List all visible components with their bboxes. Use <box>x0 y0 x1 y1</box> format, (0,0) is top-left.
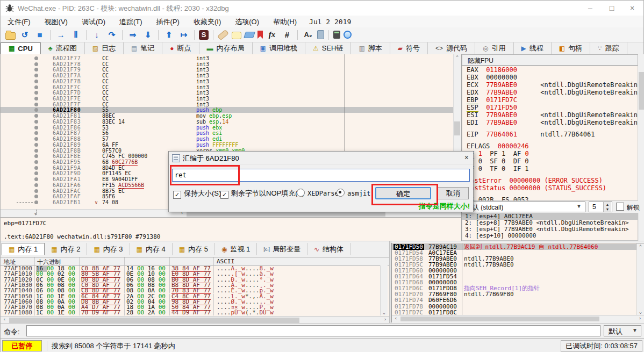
register-line[interactable]: GS 002B FS 0053 <box>462 196 638 201</box>
labels-icon[interactable] <box>244 32 255 38</box>
disasm-row[interactable]: 6AD21F8653push ebx <box>1 125 455 131</box>
hide-fpu-button[interactable]: 隐藏FPU <box>462 54 638 66</box>
scroll-up-arrow[interactable]: ⌃ <box>454 55 461 60</box>
call-argument-row[interactable]: 4: [esp+10] 00000000 <box>462 233 638 239</box>
tab-seh[interactable]: ⚠SEH链 <box>305 42 352 54</box>
bottom-tab-dump-3[interactable]: ▦内存 3 <box>87 243 130 255</box>
close-button[interactable]: × <box>622 1 642 16</box>
tab-graph[interactable]: ♣流程图 <box>41 42 85 54</box>
register-line[interactable]: OF 0 SF 0 DF 0 <box>462 157 638 165</box>
stack-row[interactable]: 0171FD74D60FE6D6 <box>392 297 636 303</box>
stop-icon[interactable]: ■ <box>34 29 46 41</box>
dialog-close-icon[interactable]: × <box>464 153 469 162</box>
run-icon[interactable]: → <box>55 29 67 41</box>
tab-cpu[interactable]: ▦CPU <box>1 42 41 54</box>
tab-call-stack[interactable]: ▣调用堆栈 <box>253 42 305 54</box>
arg-count-spinner[interactable]: 5▲▼ <box>589 202 612 212</box>
stack-vscrollbar[interactable]: ⌃ ⌄ <box>636 243 644 315</box>
settings-globe-icon[interactable] <box>344 31 352 39</box>
tab-memory-map[interactable]: ▬内存布局 <box>199 42 253 54</box>
disasm-row[interactable]: 6AD21F79CCint3 <box>1 67 455 73</box>
menu-调试D[interactable]: 调试(D) <box>75 16 112 27</box>
scroll-left-arrow[interactable]: ‹ <box>1 317 8 322</box>
scroll-right-arrow[interactable]: › <box>636 315 643 321</box>
intermodular-calls-icon[interactable] <box>317 30 324 39</box>
open-file-icon[interactable] <box>5 32 16 40</box>
disasm-row[interactable]: 6AD21F896A FFpush FFFFFFFF <box>1 142 455 148</box>
bottom-tab-watch-1[interactable]: ◉监视 1 <box>215 243 257 255</box>
disasm-row[interactable]: 6AD21F7DCCint3 <box>1 90 455 96</box>
disasm-row[interactable]: 6AD21F7CCCint3 <box>1 84 455 90</box>
menu-文件F[interactable]: 文件(F) <box>1 16 38 27</box>
bottom-tab-dump-4[interactable]: ▦内存 4 <box>130 243 173 255</box>
register-line[interactable]: EAX 01186000 <box>462 66 638 74</box>
menu-选项O[interactable]: 选项(O) <box>228 16 266 27</box>
checkbox-icon[interactable]: ✓ <box>220 191 228 199</box>
stack-row[interactable]: 0171FD7800000000 <box>392 304 636 310</box>
register-line[interactable]: EBX 00000000 <box>462 74 638 81</box>
dump-vscrollbar[interactable]: ⌄ <box>380 265 388 315</box>
dialog-title-bar[interactable]: 汇编于 6AD21F80 × <box>169 152 473 164</box>
comments-icon[interactable] <box>232 32 241 39</box>
register-line[interactable]: EFLAGS 00000246 <box>462 142 638 150</box>
registers-list[interactable]: EAX 01186000EBX 00000000ECX 77B9ABE0 <nt… <box>462 66 638 201</box>
disasm-row[interactable]: 6AD21F78CCint3 <box>1 61 455 67</box>
tab-script[interactable]: ▥脚本 <box>351 42 390 54</box>
radio-icon[interactable] <box>297 189 305 197</box>
disasm-row[interactable]: 6AD21F8383EC 14sub esp,14 <box>1 119 455 125</box>
dump-row[interactable]: 77AF10801C 00 1E 0070 D9 AF 7728 00 2A 0… <box>1 310 379 315</box>
scroll-thumb[interactable] <box>454 121 460 135</box>
command-script-combo[interactable]: 默认▼ <box>604 325 641 336</box>
command-input[interactable] <box>26 325 600 336</box>
call-arguments-list[interactable]: 1: [esp+4] A0C17EEA2: [esp+8] 77B9ABE0 <… <box>462 213 638 241</box>
scroll-thumb[interactable] <box>9 318 299 323</box>
ok-button[interactable]: 确定 <box>375 187 431 199</box>
disasm-row[interactable]: 6AD21F77CCint3 <box>1 55 455 61</box>
disasm-row[interactable]: 6AD21F7FCCint3 <box>1 102 455 107</box>
calculator-icon[interactable] <box>333 31 340 39</box>
disasm-row[interactable]: 6AD21F8055push ebp <box>1 107 455 113</box>
execute-till-return-icon[interactable]: ⇑ <box>163 29 175 41</box>
register-line[interactable]: LastError 00000000 (ERROR_SUCCESS) <box>462 177 638 184</box>
disasm-row[interactable]: 6AD21F818BECmov ebp,esp <box>1 113 455 119</box>
register-line[interactable]: EDI 77B9ABE0 <ntdll.DbgUiRemoteBreakin> <box>462 119 638 126</box>
spin-buttons[interactable]: ▲▼ <box>603 202 611 212</box>
restart-icon[interactable]: ↺ <box>19 29 31 41</box>
functions-icon[interactable]: fx <box>266 29 278 41</box>
tab-threads[interactable]: ▶线程 <box>514 42 552 54</box>
minimize-button[interactable]: – <box>580 1 600 16</box>
dialog-checkbox[interactable]: ✓剩余字节以NOP填充(F) <box>220 189 304 199</box>
checkbox-icon[interactable] <box>616 203 624 211</box>
dialog-checkbox[interactable]: ✓保持大小(S) <box>173 189 221 199</box>
register-line[interactable]: LastStatus 00000000 (STATUS_SUCCESS) <box>462 184 638 192</box>
menu-视图V[interactable]: 视图(V) <box>38 16 75 27</box>
scroll-right-arrow[interactable]: › <box>382 317 389 322</box>
arguments-vscrollbar[interactable] <box>639 213 644 241</box>
step-out-icon[interactable]: ⇓ <box>142 29 154 41</box>
registers-vscrollbar[interactable] <box>638 66 644 201</box>
step-over-icon[interactable]: ↷ <box>106 29 118 41</box>
calling-convention-combo[interactable]: 默认 (stdcall)▼ <box>463 202 585 212</box>
scroll-up-arrow[interactable]: ⌃ <box>637 244 644 249</box>
unlock-checkbox[interactable]: 解锁 <box>616 203 640 212</box>
maximize-button[interactable]: □ <box>602 1 622 16</box>
menu-追踪T[interactable]: 追踪(T) <box>112 16 149 27</box>
menu-插件P[interactable]: 插件(P) <box>149 16 187 27</box>
disasm-row[interactable]: 6AD21F7BCCint3 <box>1 78 455 84</box>
patch-icon[interactable] <box>217 29 229 40</box>
memory-dump-pane[interactable]: 地址十六进制ASCII 77AF100016 00 18 00C0 8B AF … <box>1 257 389 323</box>
register-line[interactable]: EBP 0171FD7C <box>462 96 638 104</box>
bookmarks-icon[interactable] <box>257 31 263 39</box>
tab-symbols[interactable]: ▰符号 <box>390 42 428 54</box>
radio-icon[interactable] <box>337 189 345 197</box>
bottom-tab-dump-5[interactable]: ▦内存 5 <box>173 243 215 255</box>
tab-log[interactable]: ▨日志 <box>85 42 124 54</box>
disasm-row[interactable]: 6AD21F8857push edi <box>1 136 455 142</box>
tab-trace[interactable]: ∵跟踪 <box>590 42 627 54</box>
checkbox-icon[interactable]: ✓ <box>173 191 181 199</box>
bottom-tab-struct[interactable]: ∿结构体 <box>307 243 350 255</box>
run-to-user-code-icon[interactable]: ↦ <box>178 29 190 41</box>
assemble-instruction-input[interactable] <box>172 169 470 182</box>
snowman-icon[interactable]: # <box>281 29 293 41</box>
scroll-thumb[interactable] <box>400 317 599 321</box>
